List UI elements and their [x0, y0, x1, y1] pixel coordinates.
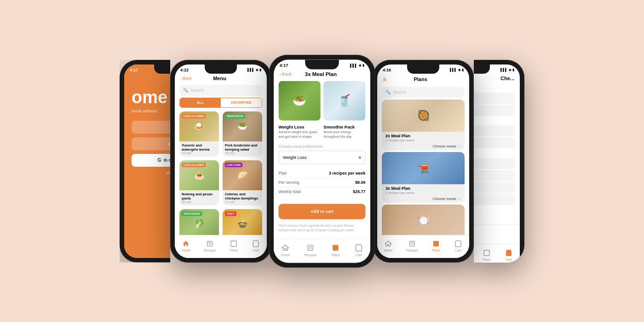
email-input[interactable]: Email address [474, 125, 515, 136]
choose-meals-0[interactable]: Choose meals → [382, 143, 465, 150]
nav-cart-plans[interactable]: Cart [454, 240, 462, 252]
meal-plan-card-0[interactable]: 🥘 2x Meal Plan 2 recipes per week Choose… [382, 100, 465, 150]
nav-home-mp[interactable]: Home [281, 243, 290, 256]
back-button-menu[interactable]: ‹ Back [180, 76, 192, 81]
contact-section-label: Contact Information [474, 117, 520, 124]
city-input[interactable]: City [474, 182, 515, 193]
phone-plans: 4:16 ▌▌▌ ◈ ▮ ≡ Plans 🔍 Search 🥘 [373, 60, 474, 263]
email-input-field[interactable] [132, 121, 170, 134]
continue-btn[interactable]: ue [132, 137, 170, 150]
search-bar-menu[interactable]: 🔍 Search [179, 85, 262, 96]
status-icons-plans: ▌▌▌ ◈ ▮ [450, 68, 464, 72]
country-input[interactable]: Country [474, 194, 515, 205]
plan-label-1: Per serving [279, 180, 299, 185]
meal-plan-img-1: 🫕 [382, 152, 465, 184]
heart-icon-4[interactable]: ♡ [213, 211, 217, 216]
meal-preference-dropdown[interactable]: Weight Loss ≡ [279, 151, 366, 164]
nav-recipes-mp[interactable]: Recipes [305, 243, 317, 256]
plan-value-1: $8.59 [355, 180, 365, 185]
wifi-icon-plans: ◈ [458, 68, 460, 72]
heart-icon-2[interactable]: ♡ [213, 162, 217, 167]
badge-less-cal-0: LESS CALORIES [182, 114, 206, 118]
google-signin-btn[interactable]: G th Google [132, 154, 170, 167]
choose-meals-1[interactable]: Choose meals → [382, 196, 465, 203]
notch-plans [407, 64, 439, 74]
weight-loss-title: Weight Loss [279, 124, 321, 130]
tab-all[interactable]: ALL [180, 98, 221, 107]
footer-text: glide. [132, 170, 170, 175]
nav-plans-label-menu: Plans [230, 249, 238, 252]
nav-cart-co[interactable]: Cart [505, 249, 513, 261]
meal-plan-info-0: 2x Meal Plan 2 recipes per week [382, 132, 465, 143]
tab-favorites[interactable]: FAVORITES [221, 98, 262, 107]
battery-icon-menu: ▮ [259, 68, 261, 72]
nav-recipes-menu[interactable]: Recipes [204, 240, 216, 252]
food-name-0: Tumeric and aubergine korma [182, 143, 217, 152]
nav-cart-mp[interactable]: Cart [354, 243, 363, 256]
plan-img-weight-loss[interactable]: 🥗 [279, 81, 321, 120]
search-bar-plans[interactable]: 🔍 Search [382, 87, 465, 98]
food-name-3: Celeriac and chickpea dumplings [225, 192, 260, 200]
food-card-0[interactable]: 🍛 LESS CALORIES ♡ Tumeric and aubergine … [179, 111, 219, 157]
nav-cart-label-mp: Cart [356, 253, 362, 256]
food-card-3[interactable]: 🥟 LOW CARB ♡ Celeriac and chickpea dumpl… [223, 160, 262, 205]
meal-plan-card-1[interactable]: 🫕 3x Meal Plan 3 recipes per week Choose… [382, 152, 465, 203]
nav-home-menu[interactable]: Home [182, 240, 190, 252]
total-price: $111.47 [474, 228, 514, 235]
nav-plans-co[interactable]: Plans [483, 249, 491, 261]
nav-plans-plans[interactable]: Plans [432, 240, 440, 252]
recipes-icon-menu [206, 240, 214, 248]
heart-icon-3[interactable]: ♡ [256, 162, 260, 167]
shipping-section-label: Shipping Address [474, 149, 520, 157]
back-label-menu: Back [183, 76, 192, 81]
status-icons-menu: ▌▌▌ ◈ ▮ [247, 68, 261, 72]
meal-plan-sub-0: 2 recipes per week [385, 138, 461, 142]
plan-details: Plan 3 recipes per week Per serving $8.5… [274, 165, 370, 200]
time-meal-plan: 4:17 [280, 63, 288, 68]
nav-cart-menu[interactable]: Cart [252, 240, 260, 252]
heart-icon-5[interactable]: ♡ [256, 211, 260, 216]
home-icon-menu [182, 240, 190, 248]
nav-plans-menu[interactable]: Plans [230, 240, 238, 252]
address1-input[interactable]: Address Line 1 [474, 158, 515, 169]
time-menu: 4:22 [180, 68, 189, 72]
heart-icon-0[interactable]: ♡ [213, 113, 217, 118]
plan-option-cards: Weight Loss Achieve weight loss goals an… [274, 123, 370, 142]
nav-recipes-plans[interactable]: Recipes [407, 240, 418, 252]
recipes-icon-plans [408, 240, 416, 248]
phone-input[interactable]: Phone (Optional) [474, 137, 515, 148]
welcome-title: ome [132, 88, 170, 106]
nav-home-plans[interactable]: Home [384, 240, 393, 252]
nav-cart-label-menu: Cart [253, 249, 259, 252]
plan-img-smoothie[interactable]: 🥤 [323, 81, 365, 120]
nav-cart-label-plans: Cart [455, 249, 461, 252]
phone-checkout-partial: 4:17 ▌▌▌ ◈ ▮ Cancel Che... Payment Metho… [474, 60, 524, 263]
meal-plan-title: 3x Meal Plan [305, 71, 337, 77]
address2-input[interactable]: Address Line 2 [474, 170, 515, 181]
wifi-icon-menu: ◈ [256, 68, 258, 72]
phone-meal-plan: 4:17 ▌▌▌ ◈ ▮ ‹ Back 3x Meal Plan 🥗 🥤 [269, 55, 375, 268]
heart-icon-1[interactable]: ♡ [256, 113, 260, 118]
plan-row-1: Per serving $8.59 [279, 178, 366, 187]
menu-title: Menu [213, 76, 226, 81]
food-card-1[interactable]: 🥗 VEGETARIAN ♡ Pork tenderloin and toenj… [223, 111, 262, 157]
battery-icon-co: ▮ [512, 68, 514, 72]
food-card-2[interactable]: 🍝 LESS CALORIES ♡ Nutmeg and pecan pasta… [179, 160, 219, 205]
cart-icon-co [505, 249, 513, 257]
add-to-cart-btn[interactable]: Add to cart [279, 204, 366, 219]
selected-pref: Weight Loss [283, 155, 307, 160]
back-button-meal-plan[interactable]: ‹ Back [280, 71, 292, 76]
nav-plans-mp[interactable]: Plans [331, 243, 340, 256]
meal-pref-label: Choose meal preferences [274, 142, 370, 150]
google-btn-text: th Google [163, 158, 170, 163]
plan-label-0: Plan [279, 171, 287, 176]
bottom-nav-menu: Home Recipes Plans [175, 235, 267, 258]
food-info-1: Pork tenderloin and toenjang salad 35 mi… [223, 141, 262, 157]
name-input[interactable]: Name [474, 105, 515, 116]
card-number-input[interactable]: Card number [474, 93, 515, 104]
wifi-icon-mp: ◈ [359, 63, 361, 67]
checkout-header: Cancel Che... [474, 75, 520, 84]
hamburger-menu-icon[interactable]: ≡ [383, 76, 386, 83]
food-time-2: 20 min [182, 200, 217, 204]
food-info-0: Tumeric and aubergine korma 18 min [179, 141, 219, 157]
